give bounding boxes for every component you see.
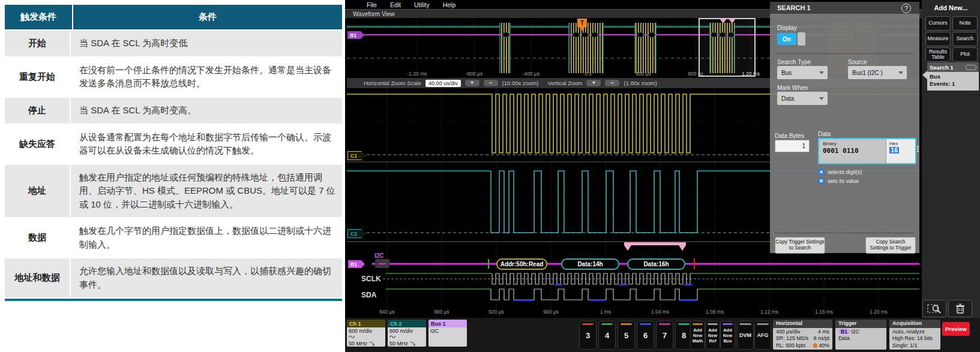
bandwidth-icon	[369, 342, 374, 346]
ch2-bandwidth: 50 MHz	[389, 341, 408, 347]
channel-color-bar	[621, 323, 632, 325]
copy-search-to-trigger-button[interactable]: Copy Search Settings to Trigger	[865, 237, 916, 254]
ch2-badge[interactable]: Ch 2 600 m/div 50 MHz	[388, 320, 426, 347]
hzoom-plus-button[interactable]: +	[465, 80, 479, 86]
horizontal-panel[interactable]: Horizontal 400 µs/div4 ms SR: 125 MS/s8 …	[773, 320, 832, 350]
trash-icon	[955, 303, 965, 314]
channel-5-button[interactable]: 5	[618, 321, 635, 350]
hex-value[interactable]: 16	[889, 147, 899, 154]
bus1-badge[interactable]: Bus 1 I2C	[428, 320, 467, 347]
menu-file[interactable]: File	[367, 1, 377, 8]
chevron-down-icon	[898, 71, 903, 74]
search-mark-icon	[679, 245, 686, 251]
zoom-window-box[interactable]	[699, 19, 755, 76]
dvm-button[interactable]: DVM	[737, 321, 754, 350]
zoom-mode-button[interactable]	[922, 300, 946, 317]
bus-collapse-box[interactable]	[375, 259, 389, 268]
svg-text:T: T	[580, 20, 584, 26]
overview-burst	[500, 23, 510, 73]
row-desc: 从设备通常配置为在每个地址和数据字节后传输一个确认。示波器可以在从设备未生成确认…	[71, 125, 342, 164]
mark-when-label: Mark When	[777, 85, 808, 91]
ch2-scale: 600 m/div	[389, 328, 424, 334]
main-time-label: 920 µs	[482, 309, 511, 315]
data-bytes-input[interactable]: 1	[775, 140, 810, 152]
tab-waveform-view[interactable]: Waveform View	[353, 11, 394, 17]
vzoom-plus-button[interactable]: +	[586, 80, 601, 86]
main-time-label: 1.16 ms	[810, 309, 838, 315]
overview-time-label: -1.20 ms	[404, 71, 430, 77]
row-desc: 允许您输入地址和数据值以及读取与写入，以捕获感兴趣的确切事件。	[71, 258, 342, 297]
main-time-label: 1.20 ms	[864, 309, 893, 315]
row-term: 开始	[5, 31, 71, 56]
hex-sub-box[interactable]: Hex 16	[886, 139, 915, 163]
search-config-panel: SEARCH 1 ? Display On Search Type Bus So…	[770, 2, 919, 253]
menu-edit[interactable]: Edit	[390, 1, 401, 8]
source-dropdown[interactable]: Bus1 (I2C )	[848, 66, 907, 79]
hzoom-minus-button[interactable]: −	[484, 80, 498, 86]
sidebar-button-note[interactable]: Note	[952, 16, 978, 31]
display-label: Display	[777, 25, 797, 31]
row-term: 地址	[5, 165, 71, 218]
acquisition-panel[interactable]: Acquisition Auto, Analyze High Res: 16 b…	[889, 320, 940, 350]
table-row: 地址触发在用户指定的地址或任何预编程的特殊地址，包括通用调用、启动字节、HS 模…	[5, 165, 342, 219]
table-header-condition: 条件	[73, 5, 342, 29]
add-new-math-button[interactable]: AddNewMath	[690, 321, 705, 350]
delete-button[interactable]	[948, 300, 972, 317]
sidebar-button-cursors[interactable]: Cursors	[925, 16, 951, 31]
mark-when-dropdown[interactable]: Data	[777, 92, 828, 105]
trigger-source-badge: B1	[838, 329, 850, 335]
display-on-state: On	[777, 33, 796, 45]
vzoom-minus-button[interactable]: −	[605, 80, 619, 86]
sidebar-button-plot[interactable]: Plot	[952, 47, 978, 62]
sda-label: SDA	[361, 291, 376, 299]
hzoom-value[interactable]: 40.00 us/div	[425, 80, 461, 87]
data-value-box[interactable]: Binary 0001 0110 Hex 16	[818, 138, 916, 164]
channel-4-button[interactable]: 4	[598, 321, 616, 350]
search1-toggle-icon[interactable]	[966, 65, 976, 70]
overview-time-label: -400 µs	[518, 71, 544, 77]
add-new-title: Add New...	[922, 4, 980, 11]
sidebar-button-search[interactable]: Search	[952, 32, 978, 46]
preview-button[interactable]: Preview	[942, 322, 970, 336]
hex-label: Hex	[889, 141, 898, 146]
binary-value[interactable]: 0001 0110	[823, 147, 859, 155]
sidebar-button-measure[interactable]: Measure	[925, 32, 951, 46]
trigger-panel[interactable]: Trigger B1 I2C Data	[835, 320, 886, 350]
main-time-label: 1.08 ms	[700, 309, 729, 315]
add-new-ref-button[interactable]: AddNewRef	[705, 321, 720, 350]
channel-6-button[interactable]: 6	[637, 321, 654, 350]
channel-number: 5	[624, 331, 628, 340]
hint-b-text: sets its value	[828, 178, 859, 184]
channel-7-button[interactable]: 7	[656, 321, 673, 350]
search1-title: Search 1	[930, 64, 954, 71]
menu-help[interactable]: Help	[443, 1, 456, 8]
chevron-down-icon	[819, 97, 824, 100]
copy-trigger-to-search-button[interactable]: Copy Trigger Settings to Search	[775, 237, 825, 254]
row-term: 地址和数据	[5, 258, 71, 297]
afg-button[interactable]: AFG	[754, 321, 771, 350]
sidebar-button-results-table[interactable]: Results Table	[925, 47, 951, 62]
row-term: 停止	[5, 98, 71, 124]
search-result-bracket	[624, 242, 686, 245]
add-new-bus-button[interactable]: AddNewBus	[720, 321, 735, 350]
search-type-dropdown[interactable]: Bus	[777, 66, 828, 79]
search1-result-item[interactable]: Search 1 Bus Events: 1	[927, 62, 979, 91]
help-icon[interactable]: ?	[901, 4, 911, 13]
ch1-badge[interactable]: Ch 1 600 m/div 50 MHz	[347, 320, 385, 347]
menu-utility[interactable]: Utility	[414, 1, 430, 8]
channel-number: 8	[682, 331, 686, 340]
add-button-label: AddNewRef	[708, 327, 717, 344]
display-toggle[interactable]: On	[777, 33, 805, 46]
decode-bubble: Addr:50h:Read	[496, 258, 547, 270]
data-label: Data	[818, 131, 831, 137]
decode-packet-dot	[592, 32, 598, 37]
overview-time-label: 800 µs	[682, 71, 709, 77]
panel-drag-handle[interactable]	[917, 146, 919, 152]
vzoom-label: Vertical Zoom	[547, 80, 582, 86]
binary-label: Binary	[823, 141, 837, 146]
row-desc: 触发在用户指定的地址或任何预编程的特殊地址，包括通用调用、启动字节、HS 模式、…	[71, 165, 342, 218]
channel-3-button[interactable]: 3	[579, 321, 597, 350]
position-warning-icon	[813, 343, 817, 348]
table-row: 数据触发在几个字节的用户指定数据值上，数据值以二进制或十六进制输入。	[5, 218, 342, 258]
table-row: 重复开始在没有前一个停止条件的情况下发生开始条件。通常是当主设备发送多条消息而不…	[5, 58, 342, 98]
